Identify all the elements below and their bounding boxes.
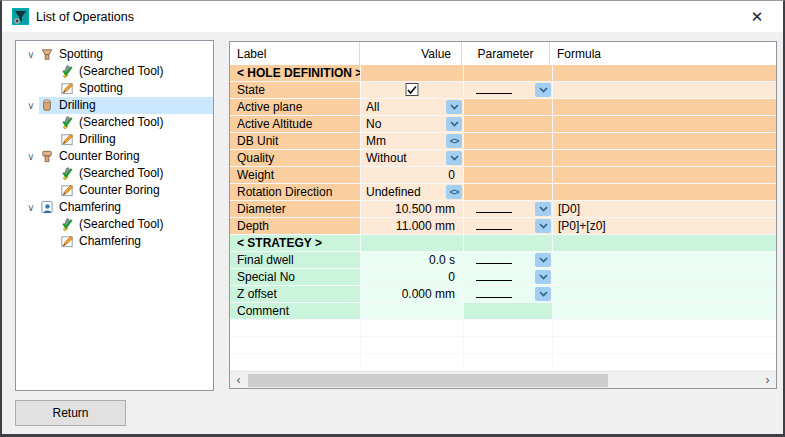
tree-group-chamfering[interactable]: ∨Chamfering [16, 199, 213, 216]
field-row-state: State [230, 82, 776, 98]
tree-group-label: Drilling [59, 97, 96, 114]
parameter-cell-db-unit [464, 133, 552, 149]
tree-item-searched-tool[interactable]: (Searched Tool) [16, 165, 213, 182]
chevron-expand-icon[interactable]: ∨ [23, 46, 39, 63]
dropdown-icon[interactable] [535, 253, 551, 267]
row-label: Final dwell [230, 252, 360, 268]
dropdown-icon[interactable] [535, 287, 551, 301]
dropdown-icon[interactable] [446, 117, 462, 131]
tree-item-drilling[interactable]: Drilling [16, 131, 213, 148]
parameter-cell-rotation-direction [464, 184, 552, 200]
horizontal-scrollbar[interactable]: ‹ › [230, 371, 776, 388]
tree-group-spotting[interactable]: ∨Spotting [16, 46, 213, 63]
field-row-comment: Comment [230, 303, 776, 319]
tree-group-label: Chamfering [59, 199, 121, 216]
value-cell-depth[interactable]: 11.000 mm [361, 218, 463, 234]
empty-cell [230, 337, 360, 353]
section-header-cell [464, 235, 552, 251]
row-label: DB Unit [230, 133, 360, 149]
tree-item-label: Chamfering [79, 233, 141, 250]
value-cell-db-unit[interactable]: Mm<> [361, 133, 463, 149]
chevron-expand-icon[interactable]: ∨ [23, 148, 39, 165]
dropdown-icon[interactable] [535, 83, 551, 97]
value-cell-final-dwell[interactable]: 0.0 s [361, 252, 463, 268]
combo-switch-icon[interactable]: <> [446, 134, 462, 148]
formula-cell-diameter[interactable]: [D0] [553, 201, 776, 217]
dropdown-icon[interactable] [446, 151, 462, 165]
value-cell-active-plane[interactable]: All [361, 99, 463, 115]
scroll-left-icon[interactable]: ‹ [230, 372, 247, 389]
tree-group-label: Spotting [59, 46, 103, 63]
parameter-placeholder-line [476, 229, 512, 230]
empty-cell [464, 354, 552, 370]
empty-cell [553, 320, 776, 336]
column-header-value: Value [360, 42, 462, 65]
parameter-cell-depth[interactable] [464, 218, 552, 234]
formula-cell-weight [553, 167, 776, 183]
field-row-rotation-direction: Rotation DirectionUndefined<> [230, 184, 776, 200]
tree-group-drilling[interactable]: ∨Drilling [16, 97, 213, 114]
parameter-cell-special-no[interactable] [464, 269, 552, 285]
drilling-tool-icon [39, 98, 55, 113]
row-label: State [230, 82, 360, 98]
tree-item-searched-tool[interactable]: (Searched Tool) [16, 216, 213, 233]
tree-group-counter-boring[interactable]: ∨Counter Boring [16, 148, 213, 165]
empty-cell [361, 320, 463, 336]
scrollbar-thumb[interactable] [248, 374, 608, 387]
combo-switch-icon[interactable]: <> [446, 185, 462, 199]
column-header-parameter: Parameter [462, 42, 550, 65]
row-label: Diameter [230, 201, 360, 217]
tree-item-searched-tool[interactable]: (Searched Tool) [16, 114, 213, 131]
chevron-expand-icon[interactable]: ∨ [23, 97, 39, 114]
formula-cell-state[interactable] [553, 82, 776, 98]
formula-cell-special-no[interactable] [553, 269, 776, 285]
formula-cell-active-plane [553, 99, 776, 115]
formula-cell-comment[interactable] [553, 303, 776, 319]
value-cell-weight[interactable]: 0 [361, 167, 463, 183]
value-cell-special-no[interactable]: 0 [361, 269, 463, 285]
searched-tool-icon [59, 115, 75, 130]
section-header-label: < STRATEGY > [230, 235, 360, 251]
formula-cell-final-dwell[interactable] [553, 252, 776, 268]
tree-item-counter-boring[interactable]: Counter Boring [16, 182, 213, 199]
formula-cell-depth[interactable]: [P0]+[z0] [553, 218, 776, 234]
close-icon[interactable]: ✕ [737, 1, 777, 32]
formula-cell-z-offset[interactable] [553, 286, 776, 302]
section-header-cell [464, 65, 552, 81]
dropdown-icon[interactable] [535, 270, 551, 284]
tree-item-searched-tool[interactable]: (Searched Tool) [16, 63, 213, 80]
parameter-cell-z-offset[interactable] [464, 286, 552, 302]
return-button[interactable]: Return [15, 400, 126, 426]
dropdown-icon[interactable] [535, 202, 551, 216]
value-cell-rotation-direction[interactable]: Undefined<> [361, 184, 463, 200]
empty-cell [553, 354, 776, 370]
parameter-placeholder-line [476, 212, 512, 213]
tree-item-chamfering[interactable]: Chamfering [16, 233, 213, 250]
parameter-cell-state[interactable] [464, 82, 552, 98]
value-cell-diameter[interactable]: 10.500 mm [361, 201, 463, 217]
chevron-expand-icon[interactable]: ∨ [23, 199, 39, 216]
dialog-body: ∨Spotting(Searched Tool)Spotting∨Drillin… [2, 32, 783, 434]
parameter-cell-final-dwell[interactable] [464, 252, 552, 268]
value-cell-quality[interactable]: Without [361, 150, 463, 166]
scroll-right-icon[interactable]: › [759, 372, 776, 389]
dropdown-icon[interactable] [446, 100, 462, 114]
state-checkbox[interactable] [406, 83, 419, 96]
searched-tool-icon [59, 64, 75, 79]
parameter-cell-diameter[interactable] [464, 201, 552, 217]
column-header-label: Label [230, 42, 360, 65]
row-label: Active Altitude [230, 116, 360, 132]
field-row-depth: Depth11.000 mm[P0]+[z0] [230, 218, 776, 234]
spotting-tool-icon [39, 47, 55, 62]
section-header-cell [361, 65, 463, 81]
parameter-cell-weight [464, 167, 552, 183]
tree-item-spotting[interactable]: Spotting [16, 80, 213, 97]
value-cell-state[interactable] [361, 82, 463, 98]
edit-operation-icon [59, 183, 75, 198]
tree-item-label: (Searched Tool) [79, 114, 164, 131]
value-cell-z-offset[interactable]: 0.000 mm [361, 286, 463, 302]
value-cell-comment[interactable] [361, 303, 463, 319]
value-cell-active-altitude[interactable]: No [361, 116, 463, 132]
dropdown-icon[interactable] [535, 219, 551, 233]
parameter-cell-active-plane [464, 99, 552, 115]
